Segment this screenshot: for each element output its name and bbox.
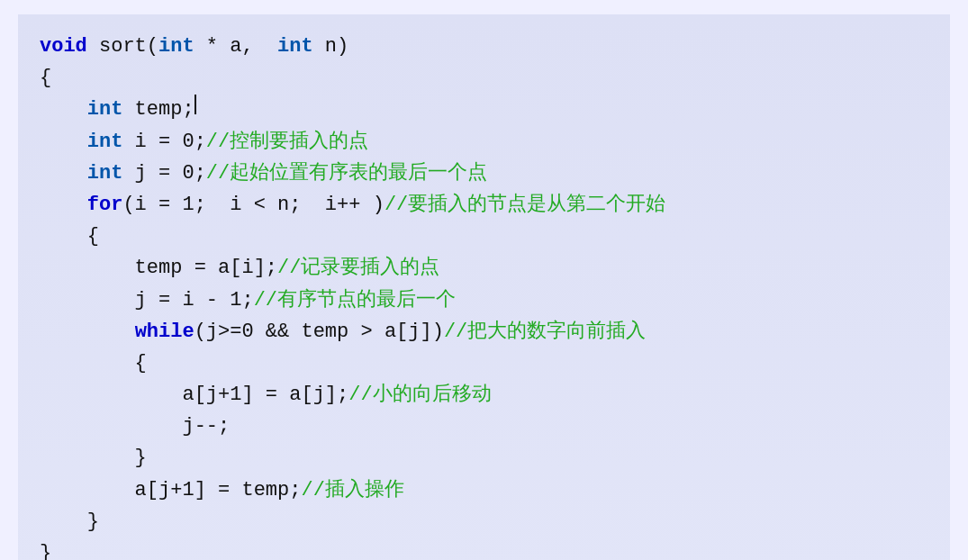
code-line: while(j>=0 && temp > a[j])//把大的数字向前插入 [40,316,928,348]
code-comment: //有序节点的最后一个 [254,285,456,316]
code-normal [40,158,87,189]
code-normal: } [40,506,99,537]
code-line: } [40,537,928,560]
code-line: void sort(int * a, int n) [40,31,928,62]
code-type: int [87,94,123,125]
code-type: int [277,31,313,62]
code-type: int [158,31,195,62]
code-normal: sort( [87,31,158,62]
code-comment: //起始位置有序表的最后一个点 [206,158,487,189]
code-normal: j = 0; [122,158,205,189]
code-comment: //把大的数字向前插入 [444,316,646,348]
code-normal: a[j+1] = temp; [40,474,301,506]
code-type: int [87,158,123,189]
code-normal: } [40,442,147,474]
code-kw: while [135,316,195,348]
code-editor: void sort(int * a, int n){ int temp; int… [18,14,950,560]
code-normal: } [40,537,51,560]
code-normal: { [40,348,147,379]
code-comment: //控制要插入的点 [206,126,368,158]
code-normal [40,126,87,158]
code-line: int i = 0;//控制要插入的点 [40,126,928,158]
code-comment: //小的向后移动 [348,379,491,411]
code-line: int j = 0;//起始位置有序表的最后一个点 [40,158,928,189]
code-normal: j = i - 1; [40,285,254,316]
code-normal: (i = 1; i < n; i++ ) [122,189,384,221]
code-normal: temp; [122,94,194,125]
code-comment: //要插入的节点是从第二个开始 [384,189,665,221]
code-normal: a[j+1] = a[j]; [40,379,348,411]
code-normal: j--; [40,411,230,442]
code-kw: for [87,189,123,221]
code-line: j = i - 1;//有序节点的最后一个 [40,285,928,316]
code-line: { [40,62,928,94]
code-line: int temp; [40,94,928,125]
code-normal: i = 0; [122,126,205,158]
code-normal [40,316,135,348]
code-normal: (j>=0 && temp > a[j]) [195,316,444,348]
code-normal: n) [313,31,349,62]
code-type: int [87,126,123,158]
text-cursor [195,95,196,114]
code-line: { [40,348,928,379]
code-line: a[j+1] = temp;//插入操作 [40,474,928,506]
code-normal: { [40,221,99,252]
code-normal: temp = a[i]; [40,252,277,284]
code-kw: void [40,31,87,62]
code-line: for(i = 1; i < n; i++ )//要插入的节点是从第二个开始 [40,189,928,221]
code-comment: //插入操作 [301,474,403,506]
code-line: j--; [40,411,928,442]
code-line: { [40,221,928,252]
code-comment: //记录要插入的点 [277,252,439,284]
code-content: void sort(int * a, int n){ int temp; int… [40,31,928,560]
code-line: } [40,442,928,474]
code-line: } [40,506,928,537]
code-line: temp = a[i];//记录要插入的点 [40,252,928,284]
code-normal [40,94,87,125]
code-normal [40,189,87,221]
code-normal: * a, [195,31,277,62]
code-line: a[j+1] = a[j];//小的向后移动 [40,379,928,411]
code-normal: { [40,62,51,94]
